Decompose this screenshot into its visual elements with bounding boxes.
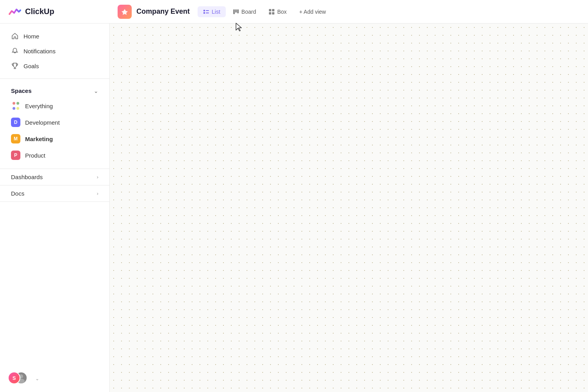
avatar-user-s: S — [8, 372, 20, 384]
docs-section: Docs › — [0, 185, 109, 202]
sidebar-marketing-label: Marketing — [25, 136, 53, 142]
spaces-header[interactable]: Spaces ⌄ — [3, 84, 106, 97]
dashboards-section: Dashboards › — [0, 169, 109, 185]
svg-rect-10 — [272, 12, 274, 15]
dashboards-header[interactable]: Dashboards › — [3, 170, 106, 184]
header: ClickUp Company Event List — [0, 0, 588, 24]
svg-rect-8 — [272, 9, 274, 11]
docs-header[interactable]: Docs › — [3, 186, 106, 201]
project-title: Company Event — [136, 7, 190, 16]
sidebar-item-marketing[interactable]: M Marketing — [3, 131, 106, 147]
tab-board-label: Board — [241, 9, 256, 15]
sidebar-home-label: Home — [24, 33, 39, 40]
marketing-avatar: M — [11, 134, 20, 143]
sidebar-item-notifications[interactable]: Notifications — [3, 44, 106, 58]
svg-rect-0 — [203, 10, 205, 11]
logo-text: ClickUp — [25, 7, 54, 16]
svg-rect-9 — [269, 12, 271, 15]
sidebar-product-label: Product — [25, 152, 45, 159]
box-icon — [269, 9, 275, 15]
trophy-icon — [11, 62, 19, 70]
sidebar-item-home[interactable]: Home — [3, 29, 106, 43]
main-content — [110, 24, 588, 392]
project-icon — [118, 5, 132, 19]
header-tabs: Company Event List Board — [118, 5, 331, 19]
tab-list[interactable]: List — [198, 6, 226, 17]
chevron-down-icon: ⌄ — [94, 88, 98, 94]
clickup-logo-icon — [8, 5, 22, 19]
tab-box[interactable]: Box — [263, 6, 292, 17]
sidebar-notifications-label: Notifications — [24, 48, 56, 54]
spaces-section: Spaces ⌄ Everything D Development — [0, 79, 109, 169]
tab-list-label: List — [212, 9, 220, 15]
home-icon — [11, 32, 19, 40]
project-icon-svg — [121, 8, 129, 16]
sidebar-goals-label: Goals — [24, 63, 39, 69]
sidebar-item-development[interactable]: D Development — [3, 114, 106, 130]
svg-rect-1 — [206, 10, 209, 11]
everything-dots-icon — [11, 101, 20, 111]
svg-rect-7 — [269, 9, 271, 11]
svg-rect-5 — [235, 9, 237, 13]
user-avatars[interactable]: S — [8, 372, 30, 386]
svg-rect-3 — [206, 13, 209, 13]
tab-board[interactable]: Board — [227, 6, 261, 17]
sidebar-bottom: S ⌄ — [0, 365, 109, 392]
sidebar: Home Notifications — [0, 24, 110, 392]
dashboards-chevron-icon: › — [97, 174, 98, 180]
sidebar-item-everything[interactable]: Everything — [3, 98, 106, 114]
dashboards-label: Dashboards — [11, 174, 43, 180]
sidebar-item-product[interactable]: P Product — [3, 147, 106, 163]
bell-icon — [11, 47, 19, 55]
logo-area: ClickUp — [8, 5, 118, 19]
avatar-initial: S — [13, 375, 16, 381]
svg-rect-6 — [237, 9, 239, 13]
sidebar-item-goals[interactable]: Goals — [3, 59, 106, 73]
board-icon — [233, 9, 239, 15]
docs-label: Docs — [11, 190, 24, 197]
sidebar-nav: Home Notifications — [0, 24, 109, 79]
tab-box-label: Box — [277, 9, 287, 15]
add-view-label: + Add view — [299, 9, 326, 15]
svg-rect-4 — [233, 9, 235, 14]
user-menu-chevron-icon: ⌄ — [35, 376, 39, 381]
spaces-title: Spaces — [11, 87, 32, 94]
add-view-button[interactable]: + Add view — [294, 6, 331, 17]
product-avatar: P — [11, 151, 20, 160]
marketing-avatar-letter: M — [14, 136, 18, 142]
list-icon — [203, 9, 209, 15]
docs-chevron-icon: › — [97, 191, 98, 196]
main-layout: Home Notifications — [0, 24, 588, 392]
product-avatar-letter: P — [14, 152, 17, 158]
development-avatar-letter: D — [14, 120, 18, 125]
sidebar-development-label: Development — [25, 119, 60, 126]
sidebar-everything-label: Everything — [25, 103, 53, 109]
svg-rect-2 — [203, 12, 205, 14]
development-avatar: D — [11, 118, 20, 127]
